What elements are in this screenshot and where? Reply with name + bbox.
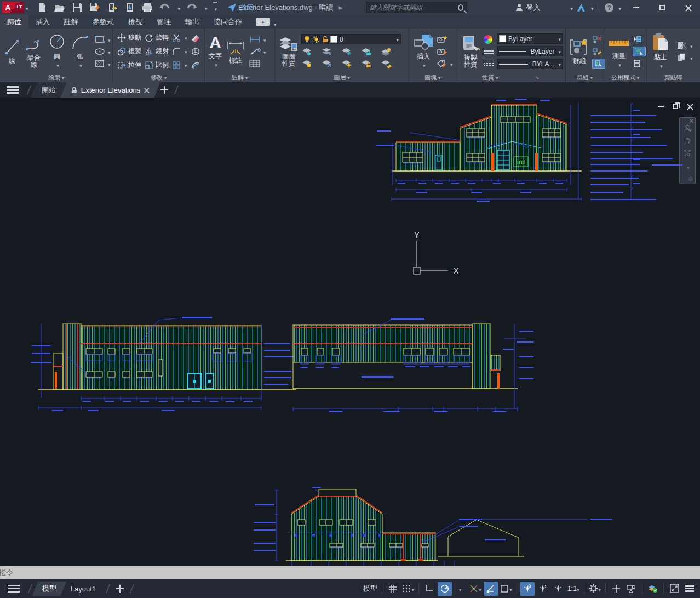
osnap-tracking-dropdown-icon[interactable] xyxy=(479,584,481,594)
copy-clip-button[interactable] xyxy=(676,53,693,62)
app-logo[interactable]: A LT xyxy=(2,2,24,13)
isolate-objects-button[interactable] xyxy=(624,582,639,596)
cut-dropdown-icon[interactable] xyxy=(688,41,693,50)
annotation-monitor-button[interactable] xyxy=(609,582,623,596)
annotation-scale-button[interactable]: 1:1 xyxy=(566,582,581,596)
group-edit-button[interactable] xyxy=(592,47,605,56)
insert-dropdown-icon[interactable] xyxy=(421,61,426,69)
circle-dropdown-icon[interactable] xyxy=(55,61,59,69)
linetype-combo[interactable]: BYLA... xyxy=(497,59,563,69)
paste-button[interactable]: 貼上 xyxy=(649,32,672,71)
new-file-button[interactable] xyxy=(36,2,48,14)
object-snap-tracking-toggle[interactable] xyxy=(468,582,483,596)
command-line[interactable]: 指令 xyxy=(0,566,700,579)
make-current-button[interactable] xyxy=(380,48,392,56)
insert-block-button[interactable]: 插入 xyxy=(411,32,435,70)
open-file-button[interactable] xyxy=(54,2,66,14)
offset-button[interactable] xyxy=(191,61,200,70)
ribbon-display-dropdown-icon[interactable] xyxy=(272,19,277,29)
attributes-dropdown-icon[interactable] xyxy=(449,59,453,69)
help-dropdown-icon[interactable] xyxy=(617,3,621,13)
panel-block-label[interactable]: 圖塊 xyxy=(424,73,440,82)
scale-button[interactable]: 比例 xyxy=(145,60,169,70)
layer-freeze-button[interactable] xyxy=(341,48,353,56)
create-block-button[interactable] xyxy=(437,35,453,44)
layer-properties-button[interactable]: 圖層性質 xyxy=(277,35,300,69)
fillet-dropdown-icon[interactable] xyxy=(183,48,187,55)
stretch-button[interactable]: 拉伸 xyxy=(117,60,141,70)
polar-tracking-toggle[interactable] xyxy=(438,582,452,596)
line-button[interactable]: 線 xyxy=(2,37,22,66)
selection-cycling-toggle[interactable] xyxy=(499,582,513,596)
navbar-more-dropdown-icon[interactable] xyxy=(685,162,690,172)
edit-block-button[interactable] xyxy=(437,47,453,56)
navbar-close-icon[interactable] xyxy=(690,119,693,123)
layout-menu-button[interactable] xyxy=(8,585,20,593)
save-button[interactable] xyxy=(71,2,83,14)
redo-dropdown-icon[interactable] xyxy=(203,3,208,13)
undo-button[interactable] xyxy=(159,2,171,14)
layer-off-button[interactable] xyxy=(301,48,313,56)
autodesk-dropdown-icon[interactable] xyxy=(589,3,594,13)
circle-button[interactable]: 圓 xyxy=(46,32,68,70)
trim-dropdown-icon[interactable] xyxy=(183,34,187,42)
redo-button[interactable] xyxy=(186,2,198,14)
measure-dropdown-icon[interactable] xyxy=(617,61,621,69)
ortho-toggle[interactable] xyxy=(422,582,437,596)
drawing-canvas[interactable]: ird xyxy=(0,98,700,566)
linetype-list-button[interactable] xyxy=(484,59,494,69)
ellipse-dropdown-icon[interactable] xyxy=(106,47,111,56)
layer-combo-dropdown-icon[interactable] xyxy=(394,36,399,43)
polyline-button[interactable]: 聚合線 xyxy=(23,33,45,70)
signin-button[interactable]: 登入 xyxy=(526,3,540,13)
group-button[interactable]: 群組 xyxy=(568,37,591,66)
ribbon-tab-parametric[interactable]: 參數式 xyxy=(85,15,121,29)
file-tab-close-icon[interactable] xyxy=(144,87,150,93)
panel-utilities-label[interactable]: 公用程式 xyxy=(611,73,639,82)
layer-unisolate-button[interactable] xyxy=(321,60,333,68)
select-similar-button[interactable] xyxy=(633,47,646,56)
signin-dropdown-icon[interactable] xyxy=(569,3,573,13)
layer-combo[interactable]: 0 xyxy=(301,34,401,44)
model-space-toggle[interactable]: 模型 xyxy=(362,582,378,596)
group-selection-toggle[interactable] xyxy=(592,59,605,69)
erase-button[interactable] xyxy=(191,33,200,42)
object-snap-toggle[interactable] xyxy=(484,582,498,596)
plot-button[interactable] xyxy=(141,2,153,14)
ribbon-tab-manage[interactable]: 管理 xyxy=(150,15,178,29)
hatch-tool-button[interactable] xyxy=(94,59,111,69)
copy-clip-dropdown-icon[interactable] xyxy=(688,53,693,62)
arc-button[interactable]: 弧 xyxy=(69,32,91,70)
ribbon-tab-home[interactable]: 歸位 xyxy=(0,15,28,29)
ellipse-tool-button[interactable] xyxy=(94,47,111,56)
array-dropdown-icon[interactable] xyxy=(183,61,187,69)
steering-wheel-2d-icon[interactable]: 2D xyxy=(682,124,693,132)
navbar-customize-icon[interactable] xyxy=(687,177,694,181)
cut-button[interactable] xyxy=(676,41,693,50)
annotation-scale-display[interactable] xyxy=(551,582,565,596)
save-to-mobile-button[interactable] xyxy=(124,2,136,14)
layer-on-button[interactable] xyxy=(301,60,313,68)
move-button[interactable]: 移動 xyxy=(117,33,141,42)
panel-layers-label[interactable]: 圖層 xyxy=(334,73,349,82)
properties-dialog-launcher[interactable]: ⇘ xyxy=(535,75,540,81)
rotate-button[interactable]: 旋轉 xyxy=(145,33,169,42)
layer-unlock-button[interactable] xyxy=(360,60,372,68)
new-drawing-tab-button[interactable] xyxy=(160,86,168,94)
lineweight-combo[interactable]: ByLayer xyxy=(497,46,563,56)
drawing-minimize-icon[interactable] xyxy=(658,106,664,107)
annotation-visibility-toggle[interactable] xyxy=(520,582,535,596)
snap-dropdown-icon[interactable] xyxy=(411,584,414,594)
undo-dropdown-icon[interactable] xyxy=(176,3,181,13)
new-layout-button[interactable] xyxy=(116,585,124,593)
ribbon-tab-annotate[interactable]: 註解 xyxy=(57,15,85,29)
panel-modify-label[interactable]: 修改 xyxy=(151,73,167,82)
close-button[interactable] xyxy=(677,0,700,15)
save-as-button[interactable] xyxy=(89,2,101,14)
search-input[interactable] xyxy=(366,4,458,12)
copy-button[interactable]: 複製 xyxy=(117,47,141,56)
selection-cycling-dropdown-icon[interactable] xyxy=(509,584,512,594)
measure-button[interactable]: 測量 xyxy=(606,33,632,70)
search-icon[interactable] xyxy=(458,4,463,11)
rectangle-tool-button[interactable] xyxy=(94,35,111,44)
